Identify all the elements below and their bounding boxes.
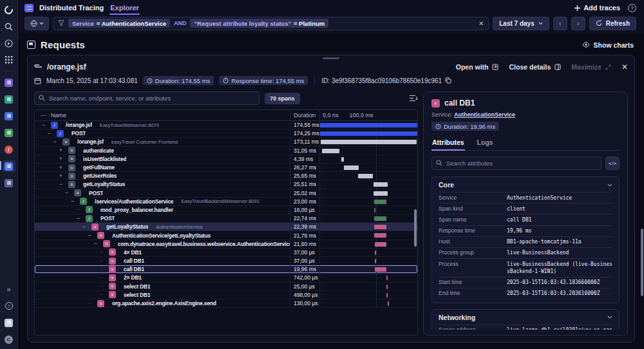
close-icon[interactable]: ✕ (621, 62, 628, 71)
dynatrace-logo[interactable] (3, 4, 15, 15)
code-view-button[interactable]: </> (605, 156, 620, 170)
collapse-icon[interactable]: − (81, 224, 87, 230)
span-row[interactable]: −≈com.dynatrace.easytravel.business.webs… (35, 240, 417, 249)
span-row[interactable]: –/mod_proxy_balancer.handler16,00 µs (35, 206, 417, 214)
waterfall-scrollbar[interactable] (414, 209, 417, 247)
section-title-row[interactable]: Networking (439, 314, 612, 325)
span-bar[interactable] (375, 259, 376, 263)
span-row[interactable]: −≈POST25,02 ms (35, 189, 417, 198)
collapse-icon[interactable]: − (75, 216, 81, 222)
span-row[interactable]: −≈getLoyaltyStatusAuthenticationService2… (35, 223, 417, 231)
span-row[interactable]: +≈isUserBlacklisted4,39 ms (35, 155, 417, 164)
release-notes[interactable] (3, 317, 15, 328)
span-row[interactable]: −≈/orange.jsfeasyTravel Customer Fronten… (35, 138, 417, 146)
span-row[interactable]: −/POST22,74 ms (35, 214, 417, 223)
app-problems[interactable]: ! (3, 144, 15, 155)
close-details-button[interactable]: Close details (509, 63, 561, 71)
collapse-icon[interactable]: − (52, 139, 58, 145)
app-kubernetes[interactable] (3, 77, 15, 88)
collapse-icon[interactable]: − (58, 182, 64, 187)
tree-levels-icon[interactable] (410, 95, 418, 102)
app-distributed-tracing[interactable] (3, 160, 15, 172)
duration-column-header[interactable]: Duration (290, 110, 319, 120)
span-row[interactable]: +≈authenticate31,05 ms (35, 147, 417, 155)
span-row[interactable]: −≈getLoyaltyStatus25,51 ms (35, 180, 417, 189)
span-row[interactable]: –≈4× DB137,00 µs (35, 249, 417, 257)
user-avatar[interactable]: C (3, 334, 15, 345)
span-bar[interactable] (374, 216, 387, 221)
expand-icon[interactable]: + (58, 165, 64, 171)
attribute-search-input[interactable] (431, 156, 601, 170)
open-with-button[interactable]: Open with (456, 63, 499, 71)
expand-icon[interactable]: + (58, 156, 64, 162)
scope-selector[interactable] (24, 17, 49, 30)
span-bar[interactable] (374, 225, 386, 229)
time-range-selector[interactable]: Last 7 days (493, 17, 549, 30)
span-search-input[interactable] (34, 91, 260, 105)
help-icon[interactable]: ? (628, 4, 636, 12)
span-bar[interactable] (388, 301, 389, 306)
span-bar[interactable] (386, 276, 388, 280)
page-scrollbar[interactable] (641, 229, 643, 296)
add-traces-button[interactable]: Add traces (574, 4, 620, 12)
filter-input[interactable]: Service= AuthenticationServiceAND"Reques… (53, 17, 489, 30)
app-extensions[interactable] (3, 177, 15, 189)
collapse-icon[interactable]: − (46, 131, 52, 137)
filter-token-2[interactable]: "Request attribute loyalty status"= Plat… (190, 19, 328, 28)
tab-explorer[interactable]: Explorer (109, 1, 140, 15)
service-link[interactable]: AuthenticationService (454, 111, 515, 118)
expand-icon[interactable]: + (58, 173, 64, 179)
section-title-row[interactable]: Core (439, 181, 612, 192)
span-row[interactable]: –≈select DB125,00 µs (35, 283, 417, 291)
span-bar[interactable] (320, 131, 417, 136)
app-infrastructure[interactable] (3, 127, 15, 138)
span-bar[interactable] (374, 182, 388, 187)
tab-attributes[interactable]: Attributes (431, 136, 465, 150)
span-row[interactable]: −≈AuthenticationService/getLoyaltyStatus… (35, 231, 417, 240)
span-bar[interactable] (374, 200, 387, 204)
apps-nav[interactable] (3, 54, 15, 66)
collapse-icon[interactable]: − (41, 122, 46, 128)
span-bar[interactable] (374, 191, 388, 196)
span-row[interactable]: –≈2× DB1742,00 µs (35, 274, 417, 282)
span-row[interactable]: −//services/AuthenticationServiceEasyTra… (35, 198, 417, 206)
filter-token-0[interactable]: Service= AuthenticationService (68, 19, 170, 28)
span-row[interactable]: −/POST174,25 ms (35, 129, 417, 138)
tab-logs[interactable]: Logs (477, 136, 494, 150)
span-bar[interactable] (344, 165, 359, 170)
expand-icon[interactable]: + (58, 147, 64, 153)
show-charts-button[interactable]: Show charts (582, 41, 634, 49)
chevron-down-icon[interactable] (607, 184, 612, 187)
span-bar[interactable] (321, 140, 417, 144)
expand-sidebar[interactable]: » (3, 283, 15, 295)
collapse-icon[interactable]: − (64, 190, 70, 196)
copy-icon[interactable] (445, 77, 451, 84)
search-nav[interactable] (3, 21, 15, 32)
maximize-button[interactable]: Maximize (571, 63, 611, 71)
span-bar[interactable] (374, 208, 375, 212)
span-bar[interactable] (320, 123, 417, 127)
collapse-all-icon[interactable]: — (41, 112, 46, 118)
span-row[interactable]: −//orange.jsfEasyTravelWebserver:8079174… (35, 121, 417, 129)
collapse-icon[interactable]: − (70, 198, 75, 204)
span-bar[interactable] (322, 149, 339, 153)
span-bar[interactable] (341, 157, 344, 162)
refresh-button[interactable]: Refresh (589, 17, 636, 30)
span-bar[interactable] (375, 250, 376, 255)
collapse-icon[interactable]: − (93, 241, 99, 247)
span-bar[interactable] (375, 242, 387, 247)
app-dashboards[interactable] (3, 110, 15, 122)
name-column-header[interactable]: Name (51, 112, 66, 118)
span-bar[interactable] (386, 293, 388, 297)
span-bar[interactable] (358, 174, 372, 178)
app-services[interactable] (3, 93, 15, 105)
clear-filter-icon[interactable]: ✕ (478, 20, 484, 27)
span-row[interactable]: +≈getUserRoles25,65 ms (35, 172, 417, 180)
span-row[interactable]: –≈call DB119,96 ms (35, 265, 417, 274)
help[interactable]: ? (3, 300, 15, 312)
observe-nav[interactable] (3, 37, 15, 49)
span-bar[interactable] (374, 233, 386, 238)
span-row[interactable]: +≈getFullName26,27 ms (35, 164, 417, 172)
chevron-down-icon[interactable] (607, 316, 612, 319)
span-row[interactable]: –≈org.apache.axis2.engine.AxisEngine.sen… (35, 299, 417, 308)
